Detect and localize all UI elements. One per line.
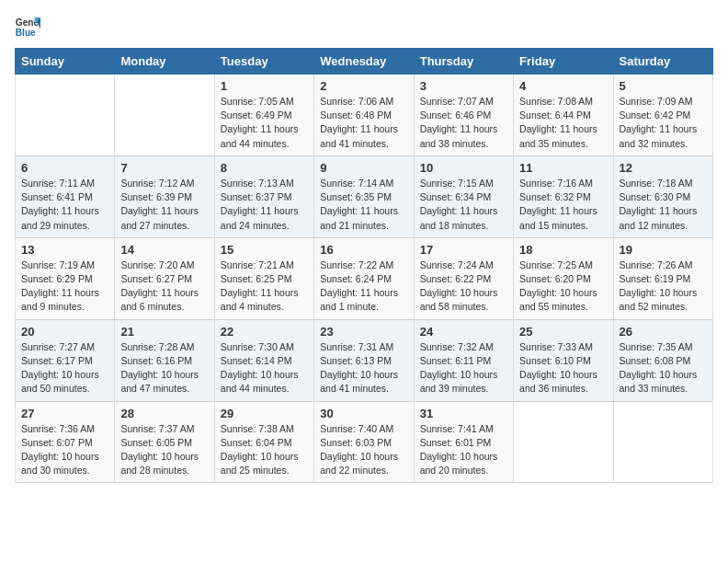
weekday-header-tuesday: Tuesday — [214, 49, 313, 75]
calendar-cell: 21Sunrise: 7:28 AM Sunset: 6:16 PM Dayli… — [115, 319, 214, 401]
day-number: 8 — [221, 161, 308, 175]
day-info: Sunrise: 7:36 AM Sunset: 6:07 PM Dayligh… — [21, 422, 108, 478]
calendar-cell: 5Sunrise: 7:09 AM Sunset: 6:42 PM Daylig… — [613, 75, 712, 156]
calendar-cell: 20Sunrise: 7:27 AM Sunset: 6:17 PM Dayli… — [16, 319, 115, 401]
svg-text:Blue: Blue — [16, 28, 36, 38]
day-number: 16 — [320, 243, 407, 257]
logo-icon: General Blue — [15, 15, 40, 40]
day-info: Sunrise: 7:37 AM Sunset: 6:05 PM Dayligh… — [120, 422, 208, 478]
day-number: 2 — [320, 79, 407, 93]
calendar-cell: 29Sunrise: 7:38 AM Sunset: 6:04 PM Dayli… — [214, 401, 313, 483]
day-info: Sunrise: 7:06 AM Sunset: 6:48 PM Dayligh… — [320, 95, 407, 151]
day-number: 5 — [620, 79, 707, 93]
day-info: Sunrise: 7:21 AM Sunset: 6:25 PM Dayligh… — [221, 259, 308, 315]
day-info: Sunrise: 7:11 AM Sunset: 6:41 PM Dayligh… — [21, 177, 108, 233]
day-number: 29 — [221, 407, 308, 420]
day-number: 14 — [120, 243, 208, 257]
day-info: Sunrise: 7:09 AM Sunset: 6:42 PM Dayligh… — [620, 95, 707, 151]
header: General Blue — [15, 15, 713, 40]
calendar-cell: 30Sunrise: 7:40 AM Sunset: 6:03 PM Dayli… — [314, 401, 414, 483]
day-info: Sunrise: 7:12 AM Sunset: 6:39 PM Dayligh… — [120, 177, 208, 233]
day-number: 23 — [320, 325, 407, 339]
calendar-cell — [115, 75, 214, 156]
day-info: Sunrise: 7:30 AM Sunset: 6:14 PM Dayligh… — [221, 340, 308, 396]
calendar-cell — [514, 401, 613, 483]
weekday-header-row: SundayMondayTuesdayWednesdayThursdayFrid… — [16, 49, 713, 75]
day-number: 13 — [21, 243, 108, 257]
day-info: Sunrise: 7:22 AM Sunset: 6:24 PM Dayligh… — [320, 259, 407, 315]
calendar-cell: 1Sunrise: 7:05 AM Sunset: 6:49 PM Daylig… — [214, 75, 313, 156]
weekday-header-monday: Monday — [115, 49, 214, 75]
week-row-4: 20Sunrise: 7:27 AM Sunset: 6:17 PM Dayli… — [16, 319, 713, 401]
day-number: 24 — [420, 325, 507, 339]
day-number: 19 — [620, 243, 707, 257]
calendar-cell: 26Sunrise: 7:35 AM Sunset: 6:08 PM Dayli… — [613, 319, 712, 401]
calendar-cell: 25Sunrise: 7:33 AM Sunset: 6:10 PM Dayli… — [514, 319, 613, 401]
day-info: Sunrise: 7:19 AM Sunset: 6:29 PM Dayligh… — [21, 259, 108, 315]
calendar-cell: 7Sunrise: 7:12 AM Sunset: 6:39 PM Daylig… — [115, 155, 214, 237]
calendar-cell: 31Sunrise: 7:41 AM Sunset: 6:01 PM Dayli… — [414, 401, 513, 483]
calendar-cell: 17Sunrise: 7:24 AM Sunset: 6:22 PM Dayli… — [414, 237, 513, 319]
day-number: 1 — [221, 79, 308, 93]
day-number: 15 — [221, 243, 308, 257]
day-number: 7 — [120, 161, 208, 175]
day-number: 28 — [120, 407, 208, 420]
day-info: Sunrise: 7:16 AM Sunset: 6:32 PM Dayligh… — [519, 177, 607, 233]
week-row-5: 27Sunrise: 7:36 AM Sunset: 6:07 PM Dayli… — [16, 401, 713, 483]
day-info: Sunrise: 7:32 AM Sunset: 6:11 PM Dayligh… — [420, 340, 507, 396]
weekday-header-saturday: Saturday — [613, 49, 712, 75]
calendar-cell: 6Sunrise: 7:11 AM Sunset: 6:41 PM Daylig… — [16, 155, 115, 237]
day-info: Sunrise: 7:41 AM Sunset: 6:01 PM Dayligh… — [420, 422, 507, 478]
day-number: 18 — [519, 243, 607, 257]
day-number: 31 — [420, 407, 507, 420]
calendar-cell: 27Sunrise: 7:36 AM Sunset: 6:07 PM Dayli… — [16, 401, 115, 483]
day-info: Sunrise: 7:27 AM Sunset: 6:17 PM Dayligh… — [21, 340, 108, 396]
day-info: Sunrise: 7:31 AM Sunset: 6:13 PM Dayligh… — [320, 340, 407, 396]
day-info: Sunrise: 7:25 AM Sunset: 6:20 PM Dayligh… — [519, 259, 607, 315]
calendar-cell: 11Sunrise: 7:16 AM Sunset: 6:32 PM Dayli… — [514, 155, 613, 237]
calendar-cell: 2Sunrise: 7:06 AM Sunset: 6:48 PM Daylig… — [314, 75, 414, 156]
weekday-header-wednesday: Wednesday — [314, 49, 414, 75]
weekday-header-friday: Friday — [514, 49, 613, 75]
day-number: 9 — [320, 161, 407, 175]
calendar-cell: 12Sunrise: 7:18 AM Sunset: 6:30 PM Dayli… — [613, 155, 712, 237]
day-number: 20 — [21, 325, 108, 339]
day-info: Sunrise: 7:20 AM Sunset: 6:27 PM Dayligh… — [120, 259, 208, 315]
calendar-table: SundayMondayTuesdayWednesdayThursdayFrid… — [15, 48, 713, 483]
day-number: 30 — [320, 407, 407, 420]
calendar-cell: 3Sunrise: 7:07 AM Sunset: 6:46 PM Daylig… — [414, 75, 513, 156]
calendar-cell: 15Sunrise: 7:21 AM Sunset: 6:25 PM Dayli… — [214, 237, 313, 319]
calendar-cell: 18Sunrise: 7:25 AM Sunset: 6:20 PM Dayli… — [514, 237, 613, 319]
day-info: Sunrise: 7:24 AM Sunset: 6:22 PM Dayligh… — [420, 259, 507, 315]
calendar-cell — [16, 75, 115, 156]
calendar-cell: 8Sunrise: 7:13 AM Sunset: 6:37 PM Daylig… — [214, 155, 313, 237]
day-number: 26 — [620, 325, 707, 339]
weekday-header-thursday: Thursday — [414, 49, 513, 75]
calendar-cell: 13Sunrise: 7:19 AM Sunset: 6:29 PM Dayli… — [16, 237, 115, 319]
day-number: 11 — [519, 161, 607, 175]
day-number: 12 — [620, 161, 707, 175]
logo: General Blue — [15, 15, 40, 40]
calendar-cell: 10Sunrise: 7:15 AM Sunset: 6:34 PM Dayli… — [414, 155, 513, 237]
day-info: Sunrise: 7:40 AM Sunset: 6:03 PM Dayligh… — [320, 422, 407, 478]
day-info: Sunrise: 7:35 AM Sunset: 6:08 PM Dayligh… — [620, 340, 707, 396]
day-number: 3 — [420, 79, 507, 93]
calendar-cell: 4Sunrise: 7:08 AM Sunset: 6:44 PM Daylig… — [514, 75, 613, 156]
day-info: Sunrise: 7:13 AM Sunset: 6:37 PM Dayligh… — [221, 177, 308, 233]
day-info: Sunrise: 7:08 AM Sunset: 6:44 PM Dayligh… — [519, 95, 607, 151]
day-info: Sunrise: 7:18 AM Sunset: 6:30 PM Dayligh… — [620, 177, 707, 233]
day-number: 27 — [21, 407, 108, 420]
day-number: 22 — [221, 325, 308, 339]
day-info: Sunrise: 7:14 AM Sunset: 6:35 PM Dayligh… — [320, 177, 407, 233]
calendar-cell: 19Sunrise: 7:26 AM Sunset: 6:19 PM Dayli… — [613, 237, 712, 319]
day-number: 17 — [420, 243, 507, 257]
week-row-2: 6Sunrise: 7:11 AM Sunset: 6:41 PM Daylig… — [16, 155, 713, 237]
day-number: 10 — [420, 161, 507, 175]
weekday-header-sunday: Sunday — [16, 49, 115, 75]
calendar-cell: 9Sunrise: 7:14 AM Sunset: 6:35 PM Daylig… — [314, 155, 414, 237]
calendar-cell: 14Sunrise: 7:20 AM Sunset: 6:27 PM Dayli… — [115, 237, 214, 319]
calendar-cell: 28Sunrise: 7:37 AM Sunset: 6:05 PM Dayli… — [115, 401, 214, 483]
day-number: 6 — [21, 161, 108, 175]
week-row-3: 13Sunrise: 7:19 AM Sunset: 6:29 PM Dayli… — [16, 237, 713, 319]
day-info: Sunrise: 7:28 AM Sunset: 6:16 PM Dayligh… — [120, 340, 208, 396]
